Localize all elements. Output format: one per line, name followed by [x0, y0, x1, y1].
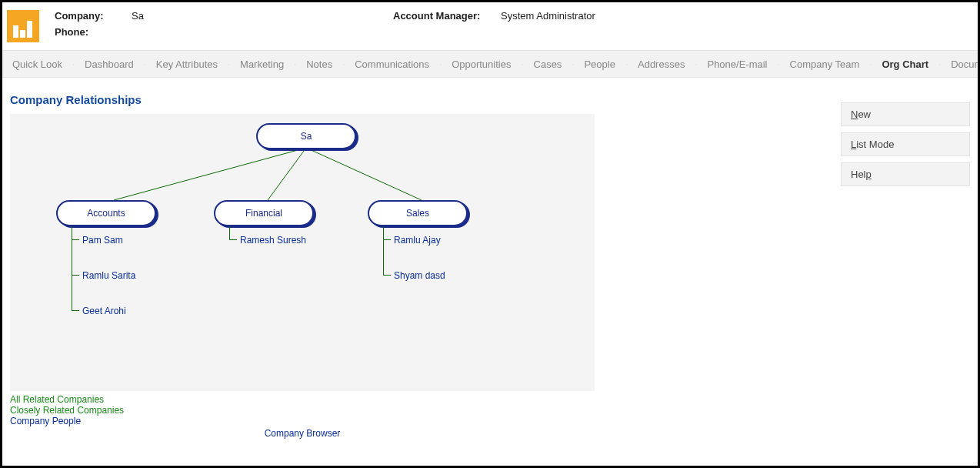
company-label: Company:: [55, 10, 132, 22]
tab-cases[interactable]: Cases: [524, 58, 572, 70]
svg-rect-1: [20, 30, 25, 38]
org-leaf[interactable]: Shyam dasd: [394, 270, 445, 281]
company-value: Sa: [132, 10, 144, 22]
bottom-links: All Related Companies Closely Related Co…: [10, 391, 978, 426]
help-button[interactable]: Help: [841, 162, 970, 186]
tab-notes[interactable]: Notes: [296, 58, 342, 70]
list-mode-button[interactable]: List Mode: [841, 132, 970, 156]
tab-phone-e-mail[interactable]: Phone/E-mail: [697, 58, 777, 70]
svg-rect-2: [27, 21, 32, 38]
tab-quick-look[interactable]: Quick Look: [2, 58, 72, 70]
tab-addresses[interactable]: Addresses: [628, 58, 695, 70]
tab-marketing[interactable]: Marketing: [230, 58, 294, 70]
section-title: Company Relationships: [10, 93, 978, 106]
account-manager-label: Account Manager:: [393, 10, 501, 22]
tab-key-attributes[interactable]: Key Attributes: [146, 58, 228, 70]
org-chart-pane: Sa Accounts Financial Sales Pam Sam Raml…: [10, 114, 595, 391]
tab-org-chart[interactable]: Org Chart: [872, 58, 938, 70]
org-leaf[interactable]: Pam Sam: [82, 235, 123, 246]
org-node-sales[interactable]: Sales: [368, 200, 468, 226]
tab-bar: Quick Look·Dashboard·Key Attributes·Mark…: [2, 50, 978, 78]
new-button[interactable]: New: [841, 102, 970, 126]
svg-line-3: [114, 148, 306, 200]
link-all-related[interactable]: All Related Companies: [10, 394, 978, 405]
link-company-people[interactable]: Company People: [10, 416, 978, 426]
company-logo-icon: [7, 10, 39, 42]
tab-opportunities[interactable]: Opportunities: [442, 58, 521, 70]
tab-people[interactable]: People: [574, 58, 625, 70]
org-leaf[interactable]: Geet Arohi: [82, 306, 126, 316]
svg-line-5: [306, 148, 422, 200]
svg-rect-0: [13, 25, 18, 38]
tab-dashboard[interactable]: Dashboard: [75, 58, 144, 70]
link-closely-related[interactable]: Closely Related Companies: [10, 405, 978, 416]
org-leaf[interactable]: Ramesh Suresh: [240, 235, 306, 246]
org-leaf[interactable]: Ramlu Ajay: [394, 235, 441, 246]
svg-line-4: [268, 148, 306, 200]
org-node-financial[interactable]: Financial: [214, 200, 314, 226]
org-leaf[interactable]: Ramlu Sarita: [82, 270, 135, 281]
account-manager-value: System Administrator: [501, 10, 595, 22]
phone-label: Phone:: [55, 26, 132, 38]
tab-communications[interactable]: Communications: [345, 58, 439, 70]
tab-documents[interactable]: Documents: [941, 58, 978, 70]
org-node-root[interactable]: Sa: [256, 123, 356, 149]
company-browser-label: Company Browser: [10, 428, 595, 439]
org-node-accounts[interactable]: Accounts: [56, 200, 156, 226]
tab-company-team[interactable]: Company Team: [780, 58, 870, 70]
